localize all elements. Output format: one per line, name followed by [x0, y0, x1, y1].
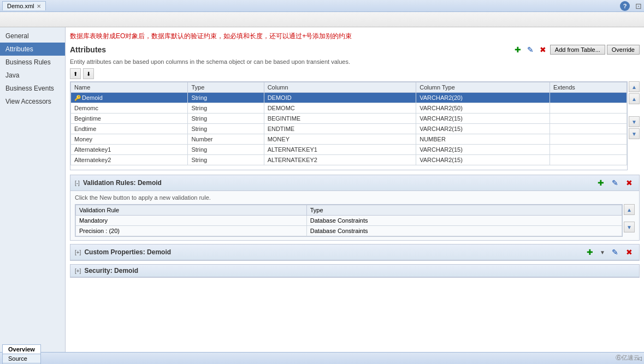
content-area: 数据库表映射成EO对象后，数据库默认的验证约束，如必填和长度，还可以通过+号添加… [66, 27, 644, 352]
sidebar: GeneralAttributesBusiness RulesJavaBusin… [0, 27, 66, 352]
custom-delete-icon[interactable]: ✖ [624, 247, 635, 258]
col-header-name: Name [71, 82, 188, 93]
desc-text: Entity attributes can be based upon colu… [70, 58, 640, 65]
row-type: String [188, 93, 264, 103]
scroll-down2-arrow[interactable]: ▼ [629, 128, 640, 139]
section-title: Attributes [70, 45, 106, 54]
row-column: MONEY [264, 134, 416, 145]
val-scroll-up-arrow[interactable]: ▲ [624, 204, 635, 215]
custom-toggle[interactable]: [+] [75, 249, 81, 255]
header-row: Attributes ✚ ✎ ✖ Add from Table... Overr… [70, 44, 640, 55]
validation-section: [-] Validation Rules: Demoid ✚ ✎ ✖ Click… [70, 175, 640, 241]
tab-close-icon[interactable]: ✕ [37, 3, 41, 9]
row-type: String [188, 145, 264, 155]
help-button[interactable]: ? [620, 1, 630, 11]
table-row[interactable]: EndtimeStringENDTIMEVARCHAR2(15) [71, 124, 627, 134]
val-delete-icon[interactable]: ✖ [624, 177, 635, 188]
row-name: Money [71, 134, 188, 145]
val-scroll-down-arrow[interactable]: ▼ [624, 222, 635, 232]
edit-icon-button[interactable]: ✎ [525, 44, 536, 55]
validation-header: [-] Validation Rules: Demoid ✚ ✎ ✖ [70, 175, 639, 191]
val-table-row[interactable]: Precision : (20)Database Constraints [76, 226, 622, 236]
row-name: Demomc [71, 103, 188, 114]
val-rule: Mandatory [76, 216, 307, 226]
validation-desc: Click the New button to apply a new vali… [75, 194, 635, 201]
security-toggle[interactable]: [+] [75, 268, 81, 274]
custom-edit-icon[interactable]: ✎ [610, 247, 621, 258]
row-name: 🔑Demoid [71, 93, 188, 103]
row-columnType: VARCHAR2(50) [416, 103, 550, 114]
val-table-row[interactable]: MandatoryDatabase Constraints [76, 216, 622, 226]
sidebar-item-business-rules[interactable]: Business Rules [0, 56, 65, 69]
table-row[interactable]: Alternatekey1StringALTERNATEKEY1VARCHAR2… [71, 145, 627, 155]
val-edit-icon[interactable]: ✎ [610, 177, 621, 188]
sidebar-item-general[interactable]: General [0, 29, 65, 43]
row-name: Begintime [71, 114, 188, 124]
row-type: String [188, 103, 264, 114]
custom-add-icon[interactable]: ✚ [584, 247, 595, 258]
add-icon-button[interactable]: ✚ [512, 44, 523, 55]
row-type: String [188, 155, 264, 165]
row-extends [550, 145, 627, 155]
validation-table: Validation RuleType MandatoryDatabase Co… [75, 205, 622, 236]
sidebar-item-java[interactable]: Java [0, 69, 65, 82]
col-header-type: Type [188, 82, 264, 93]
toolbar-icons: ✚ ✎ ✖ Add from Table... Override [512, 44, 640, 55]
window-controls: ⊡ [635, 2, 642, 10]
val-table-wrapper: Validation RuleType MandatoryDatabase Co… [75, 204, 623, 237]
sidebar-item-attributes[interactable]: Attributes [0, 43, 65, 56]
row-columnType: VARCHAR2(15) [416, 114, 550, 124]
watermark: ⑥亿速云 [616, 354, 640, 362]
security-section: [+] Security: Demoid [70, 264, 640, 278]
file-tab[interactable]: Demo.xml ✕ [2, 1, 46, 10]
val-col-header: Validation Rule [76, 205, 307, 216]
table-row[interactable]: DemomcStringDEMOMCVARCHAR2(50) [71, 103, 627, 114]
move-down-small-icon[interactable]: ⬇ [83, 68, 94, 79]
val-add-icon[interactable]: ✚ [595, 177, 606, 188]
val-rule: Precision : (20) [76, 226, 307, 236]
sidebar-item-view-accessors[interactable]: View Accessors [0, 95, 65, 108]
row-name: Alternatekey2 [71, 155, 188, 165]
row-column: DEMOMC [264, 103, 416, 114]
watermark-text: ⑥亿速云 [616, 354, 640, 362]
row-extends [550, 134, 627, 145]
security-title: Security: Demoid [84, 267, 635, 275]
validation-content: Click the New button to apply a new vali… [70, 191, 639, 240]
delete-icon-button[interactable]: ✖ [537, 44, 548, 55]
move-up-small-icon[interactable]: ⬆ [70, 68, 81, 79]
sidebar-item-business-events[interactable]: Business Events [0, 82, 65, 95]
title-bar: Demo.xml ✕ ? ⊡ [0, 0, 644, 12]
val-type: Database Constraints [306, 226, 622, 236]
override-button[interactable]: Override [607, 45, 640, 55]
row-extends [550, 103, 627, 114]
table-row[interactable]: MoneyNumberMONEYNUMBER [71, 134, 627, 145]
add-from-table-button[interactable]: Add from Table... [550, 45, 605, 55]
attributes-table: NameTypeColumnColumn TypeExtends 🔑Demoid… [70, 82, 627, 165]
attributes-table-wrapper: NameTypeColumnColumn TypeExtends 🔑Demoid… [70, 81, 628, 170]
bottom-tab-source[interactable]: Source [2, 354, 41, 363]
notice-text: 数据库表映射成EO对象后，数据库默认的验证约束，如必填和长度，还可以通过+号添加… [70, 32, 352, 41]
row-column: ALTERNATEKEY2 [264, 155, 416, 165]
col-header-extends: Extends [550, 82, 627, 93]
row-columnType: VARCHAR2(15) [416, 124, 550, 134]
scroll-up-arrow[interactable]: ▲ [629, 81, 640, 92]
table-row[interactable]: Alternatekey2StringALTERNATEKEY2VARCHAR2… [71, 155, 627, 165]
table-row[interactable]: 🔑DemoidStringDEMOIDVARCHAR2(20) [71, 93, 627, 103]
val-col-header: Type [306, 205, 622, 216]
row-columnType: VARCHAR2(15) [416, 155, 550, 165]
top-toolbar [0, 12, 644, 27]
row-type: Number [188, 134, 264, 145]
validation-toggle[interactable]: [-] [75, 180, 80, 186]
row-columnType: VARCHAR2(20) [416, 93, 550, 103]
scroll-up2-arrow[interactable]: ▲ [629, 93, 640, 104]
custom-section: [+] Custom Properties: Demoid ✚ ▼ ✎ ✖ [70, 244, 640, 261]
validation-title: Validation Rules: Demoid [83, 179, 592, 187]
scroll-down-arrow[interactable]: ▼ [629, 116, 640, 127]
title-right: ? ⊡ [620, 1, 642, 11]
table-row[interactable]: BegintimeStringBEGINTIMEVARCHAR2(15) [71, 114, 627, 124]
file-tab-label: Demo.xml [7, 3, 34, 9]
row-name: Endtime [71, 124, 188, 134]
side-arrows: ▲ ▲ ▼ ▼ [629, 81, 640, 139]
bottom-tab-overview[interactable]: Overview [2, 344, 41, 354]
val-container: Validation RuleType MandatoryDatabase Co… [75, 204, 635, 237]
